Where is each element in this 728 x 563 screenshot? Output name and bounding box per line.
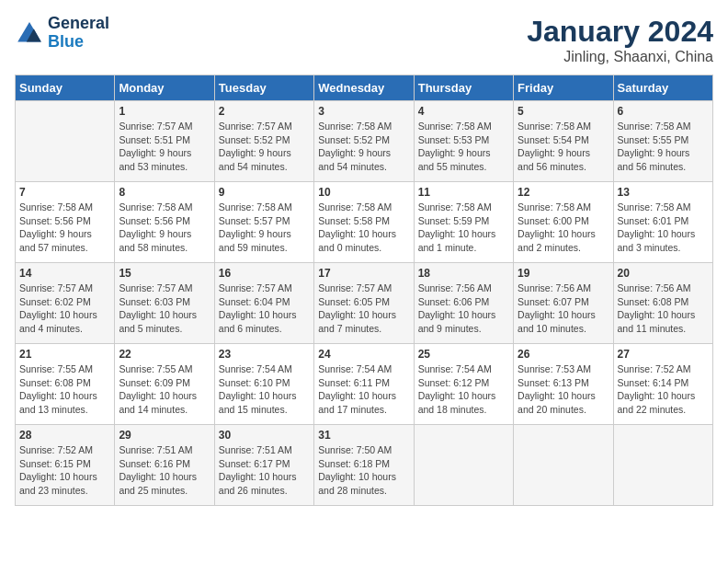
calendar-cell: 2Sunrise: 7:57 AMSunset: 5:52 PMDaylight… — [214, 101, 313, 182]
column-header-sunday: Sunday — [16, 75, 115, 101]
day-number: 19 — [518, 267, 609, 280]
calendar-cell: 6Sunrise: 7:58 AMSunset: 5:55 PMDaylight… — [613, 101, 712, 182]
day-info: Sunrise: 7:56 AMSunset: 6:07 PMDaylight:… — [518, 282, 609, 336]
day-info: Sunrise: 7:54 AMSunset: 6:12 PMDaylight:… — [418, 362, 509, 417]
day-number: 6 — [618, 105, 709, 118]
calendar-cell: 11Sunrise: 7:58 AMSunset: 5:59 PMDayligh… — [414, 182, 513, 263]
day-number: 21 — [19, 348, 110, 361]
day-number: 29 — [119, 429, 210, 442]
calendar-cell: 1Sunrise: 7:57 AMSunset: 5:51 PMDaylight… — [115, 101, 214, 182]
day-number: 5 — [518, 105, 609, 118]
day-info: Sunrise: 7:53 AMSunset: 6:13 PMDaylight:… — [518, 362, 609, 417]
day-info: Sunrise: 7:50 AMSunset: 6:18 PMDaylight:… — [318, 443, 409, 498]
day-info: Sunrise: 7:58 AMSunset: 5:54 PMDaylight:… — [518, 120, 609, 174]
calendar-cell: 8Sunrise: 7:58 AMSunset: 5:56 PMDaylight… — [115, 182, 214, 263]
calendar-cell: 10Sunrise: 7:58 AMSunset: 5:58 PMDayligh… — [314, 182, 414, 263]
day-info: Sunrise: 7:55 AMSunset: 6:08 PMDaylight:… — [19, 362, 110, 417]
calendar-cell: 26Sunrise: 7:53 AMSunset: 6:13 PMDayligh… — [514, 344, 613, 425]
calendar-cell: 12Sunrise: 7:58 AMSunset: 6:00 PMDayligh… — [514, 182, 613, 263]
calendar-cell: 4Sunrise: 7:58 AMSunset: 5:53 PMDaylight… — [414, 101, 513, 182]
week-row-5: 28Sunrise: 7:52 AMSunset: 6:15 PMDayligh… — [16, 425, 713, 506]
calendar-cell: 9Sunrise: 7:58 AMSunset: 5:57 PMDaylight… — [214, 182, 313, 263]
calendar-cell: 31Sunrise: 7:50 AMSunset: 6:18 PMDayligh… — [314, 425, 414, 506]
calendar-cell — [613, 425, 712, 506]
day-info: Sunrise: 7:57 AMSunset: 6:03 PMDaylight:… — [119, 282, 210, 336]
month-title: January 2024 — [527, 15, 713, 49]
calendar-cell: 18Sunrise: 7:56 AMSunset: 6:06 PMDayligh… — [414, 263, 513, 344]
day-info: Sunrise: 7:58 AMSunset: 6:01 PMDaylight:… — [618, 201, 709, 255]
day-info: Sunrise: 7:52 AMSunset: 6:15 PMDaylight:… — [19, 443, 110, 498]
calendar-cell: 25Sunrise: 7:54 AMSunset: 6:12 PMDayligh… — [414, 344, 513, 425]
calendar-cell: 15Sunrise: 7:57 AMSunset: 6:03 PMDayligh… — [115, 263, 214, 344]
day-number: 4 — [418, 105, 509, 118]
week-row-1: 1Sunrise: 7:57 AMSunset: 5:51 PMDaylight… — [16, 101, 713, 182]
calendar-cell: 23Sunrise: 7:54 AMSunset: 6:10 PMDayligh… — [214, 344, 313, 425]
page-header: General Blue January 2024 Jinling, Shaan… — [15, 15, 713, 65]
week-row-2: 7Sunrise: 7:58 AMSunset: 5:56 PMDaylight… — [16, 182, 713, 263]
day-number: 17 — [318, 267, 409, 280]
logo-icon — [15, 18, 44, 48]
column-header-monday: Monday — [115, 75, 214, 101]
day-info: Sunrise: 7:55 AMSunset: 6:09 PMDaylight:… — [119, 362, 210, 417]
day-info: Sunrise: 7:58 AMSunset: 5:53 PMDaylight:… — [418, 120, 509, 174]
calendar-table: SundayMondayTuesdayWednesdayThursdayFrid… — [15, 75, 713, 506]
day-info: Sunrise: 7:57 AMSunset: 5:52 PMDaylight:… — [219, 120, 310, 174]
column-header-friday: Friday — [514, 75, 613, 101]
day-number: 30 — [219, 429, 310, 442]
calendar-cell: 14Sunrise: 7:57 AMSunset: 6:02 PMDayligh… — [16, 263, 115, 344]
day-number: 22 — [119, 348, 210, 361]
day-number: 28 — [19, 429, 110, 442]
day-info: Sunrise: 7:58 AMSunset: 5:59 PMDaylight:… — [418, 201, 509, 255]
calendar-cell: 29Sunrise: 7:51 AMSunset: 6:16 PMDayligh… — [115, 425, 214, 506]
week-row-3: 14Sunrise: 7:57 AMSunset: 6:02 PMDayligh… — [16, 263, 713, 344]
location: Jinling, Shaanxi, China — [527, 49, 713, 65]
calendar-cell: 16Sunrise: 7:57 AMSunset: 6:04 PMDayligh… — [214, 263, 313, 344]
day-info: Sunrise: 7:58 AMSunset: 5:55 PMDaylight:… — [618, 120, 709, 174]
day-number: 27 — [618, 348, 709, 361]
day-info: Sunrise: 7:57 AMSunset: 6:02 PMDaylight:… — [19, 282, 110, 336]
day-number: 16 — [219, 267, 310, 280]
day-info: Sunrise: 7:51 AMSunset: 6:16 PMDaylight:… — [119, 443, 210, 498]
day-info: Sunrise: 7:56 AMSunset: 6:06 PMDaylight:… — [418, 282, 509, 336]
logo-blue: Blue — [48, 32, 84, 51]
day-number: 20 — [618, 267, 709, 280]
day-info: Sunrise: 7:58 AMSunset: 5:52 PMDaylight:… — [318, 120, 409, 174]
title-block: January 2024 Jinling, Shaanxi, China — [527, 15, 713, 65]
day-number: 8 — [119, 186, 210, 199]
day-info: Sunrise: 7:52 AMSunset: 6:14 PMDaylight:… — [618, 362, 709, 417]
day-number: 2 — [219, 105, 310, 118]
day-number: 3 — [318, 105, 409, 118]
column-header-wednesday: Wednesday — [314, 75, 414, 101]
day-number: 13 — [618, 186, 709, 199]
day-number: 11 — [418, 186, 509, 199]
calendar-cell: 27Sunrise: 7:52 AMSunset: 6:14 PMDayligh… — [613, 344, 712, 425]
calendar-cell: 17Sunrise: 7:57 AMSunset: 6:05 PMDayligh… — [314, 263, 414, 344]
logo: General Blue — [15, 15, 109, 52]
day-info: Sunrise: 7:54 AMSunset: 6:11 PMDaylight:… — [318, 362, 409, 417]
header-row: SundayMondayTuesdayWednesdayThursdayFrid… — [16, 75, 713, 101]
day-number: 25 — [418, 348, 509, 361]
day-number: 18 — [418, 267, 509, 280]
day-number: 1 — [119, 105, 210, 118]
calendar-cell — [16, 101, 115, 182]
day-info: Sunrise: 7:51 AMSunset: 6:17 PMDaylight:… — [219, 443, 310, 498]
day-info: Sunrise: 7:54 AMSunset: 6:10 PMDaylight:… — [219, 362, 310, 417]
day-number: 24 — [318, 348, 409, 361]
day-info: Sunrise: 7:58 AMSunset: 5:56 PMDaylight:… — [19, 201, 110, 255]
day-number: 23 — [219, 348, 310, 361]
calendar-cell: 20Sunrise: 7:56 AMSunset: 6:08 PMDayligh… — [613, 263, 712, 344]
day-info: Sunrise: 7:58 AMSunset: 6:00 PMDaylight:… — [518, 201, 609, 255]
day-number: 15 — [119, 267, 210, 280]
calendar-cell: 19Sunrise: 7:56 AMSunset: 6:07 PMDayligh… — [514, 263, 613, 344]
calendar-cell: 30Sunrise: 7:51 AMSunset: 6:17 PMDayligh… — [214, 425, 313, 506]
day-info: Sunrise: 7:57 AMSunset: 6:04 PMDaylight:… — [219, 282, 310, 336]
calendar-cell: 5Sunrise: 7:58 AMSunset: 5:54 PMDaylight… — [514, 101, 613, 182]
calendar-cell: 3Sunrise: 7:58 AMSunset: 5:52 PMDaylight… — [314, 101, 414, 182]
logo-text: General Blue — [48, 15, 109, 52]
calendar-cell: 24Sunrise: 7:54 AMSunset: 6:11 PMDayligh… — [314, 344, 414, 425]
column-header-saturday: Saturday — [613, 75, 712, 101]
day-info: Sunrise: 7:56 AMSunset: 6:08 PMDaylight:… — [618, 282, 709, 336]
calendar-cell — [414, 425, 513, 506]
column-header-thursday: Thursday — [414, 75, 513, 101]
calendar-cell — [514, 425, 613, 506]
